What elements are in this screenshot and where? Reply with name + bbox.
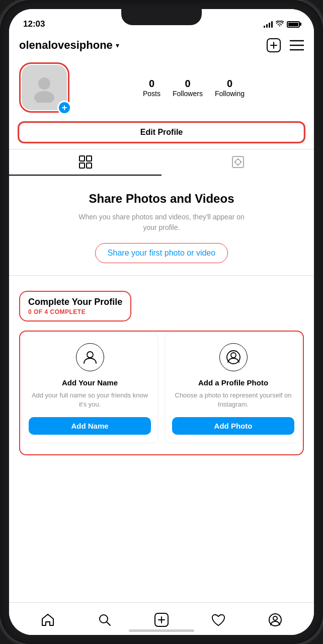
add-avatar-badge[interactable]: + xyxy=(57,101,71,115)
posts-count: 0 xyxy=(149,78,154,90)
add-name-card: Add Your Name Add your full name so your… xyxy=(21,333,158,443)
share-title: Share Photos and Videos xyxy=(89,192,234,206)
add-photo-card: Add a Profile Photo Choose a photo to re… xyxy=(165,333,302,443)
profile-cards-row: Add Your Name Add your full name so your… xyxy=(21,333,302,453)
add-name-title: Add Your Name xyxy=(62,378,118,387)
complete-profile-subtitle: 0 OF 4 COMPLETE xyxy=(28,308,122,315)
nav-icons xyxy=(267,38,304,52)
share-desc: When you share photos and videos, they'l… xyxy=(76,212,247,233)
signal-bar-1 xyxy=(264,26,265,28)
stat-following[interactable]: 0 Following xyxy=(215,78,245,98)
complete-profile-header: Complete Your Profile 0 OF 4 COMPLETE xyxy=(19,291,131,321)
username-text: olenalovesiphone xyxy=(19,39,113,52)
following-label: Following xyxy=(215,90,245,98)
tab-tagged[interactable] xyxy=(162,149,314,176)
svg-point-4 xyxy=(38,77,50,90)
screen-inner: 12:03 xyxy=(9,9,314,635)
add-photo-title: Add a Profile Photo xyxy=(198,378,268,387)
share-section: Share Photos and Videos When you share p… xyxy=(9,176,314,276)
nav-search-button[interactable] xyxy=(94,609,116,631)
share-first-photo-link[interactable]: Share your first photo or video xyxy=(95,243,228,263)
menu-button[interactable] xyxy=(290,38,304,52)
svg-point-11 xyxy=(235,159,240,165)
signal-bar-2 xyxy=(266,24,268,28)
tab-grid[interactable] xyxy=(9,149,162,176)
svg-rect-9 xyxy=(87,163,92,168)
cards-button-wrap: Add Your Name Add your full name so your… xyxy=(19,331,304,455)
svg-point-5 xyxy=(34,91,54,103)
notch xyxy=(121,9,202,25)
stat-posts[interactable]: 0 Posts xyxy=(143,78,160,98)
nav-home-button[interactable] xyxy=(37,609,59,631)
svg-point-19 xyxy=(273,616,277,620)
edit-profile-wrap: Edit Profile xyxy=(9,121,314,149)
complete-profile-section: Complete Your Profile 0 OF 4 COMPLETE xyxy=(9,282,314,455)
chevron-down-icon: ▾ xyxy=(116,41,119,49)
signal-bar-4 xyxy=(271,21,273,28)
profile-section: + 0 Posts 0 Followers 0 Foll xyxy=(9,57,314,121)
top-nav: olenalovesiphone ▾ xyxy=(9,34,314,57)
svg-line-16 xyxy=(107,622,110,625)
edit-profile-button[interactable]: Edit Profile xyxy=(19,123,304,142)
status-icons xyxy=(264,20,300,28)
wifi-icon xyxy=(276,20,284,28)
nav-add-button[interactable] xyxy=(150,609,173,631)
status-time: 12:03 xyxy=(23,19,45,29)
add-post-button[interactable] xyxy=(267,38,281,52)
add-name-button[interactable]: Add Name xyxy=(29,417,151,435)
avatar-person-icon xyxy=(29,72,59,103)
posts-label: Posts xyxy=(143,90,160,98)
svg-rect-8 xyxy=(79,163,85,168)
following-count: 0 xyxy=(227,78,232,90)
signal-bar-3 xyxy=(269,23,270,28)
add-photo-desc: Choose a photo to represent yourself on … xyxy=(172,391,294,409)
battery-icon xyxy=(287,21,300,28)
home-indicator xyxy=(129,629,194,632)
followers-count: 0 xyxy=(185,78,190,90)
followers-label: Followers xyxy=(173,90,203,98)
add-name-icon xyxy=(76,343,104,371)
nav-likes-button[interactable] xyxy=(207,609,229,631)
battery-fill xyxy=(288,23,298,26)
complete-profile-title: Complete Your Profile xyxy=(28,297,122,307)
signal-bars-icon xyxy=(264,21,273,28)
tabs xyxy=(9,149,314,176)
svg-point-14 xyxy=(231,353,236,358)
svg-rect-6 xyxy=(79,156,85,161)
nav-profile-button[interactable] xyxy=(264,609,286,631)
username-row[interactable]: olenalovesiphone ▾ xyxy=(19,39,119,52)
add-name-desc: Add your full name so your friends know … xyxy=(29,391,151,409)
svg-point-12 xyxy=(87,352,93,358)
avatar-container[interactable]: + xyxy=(19,62,69,113)
svg-rect-7 xyxy=(87,156,92,161)
phone-screen: 12:03 xyxy=(9,9,314,635)
stat-followers[interactable]: 0 Followers xyxy=(173,78,203,98)
scroll-content: 12:03 xyxy=(9,9,314,496)
phone-frame: 12:03 xyxy=(0,0,323,644)
stats-row: 0 Posts 0 Followers 0 Following xyxy=(84,78,304,98)
add-photo-icon xyxy=(219,343,248,371)
add-photo-button[interactable]: Add Photo xyxy=(172,417,294,435)
